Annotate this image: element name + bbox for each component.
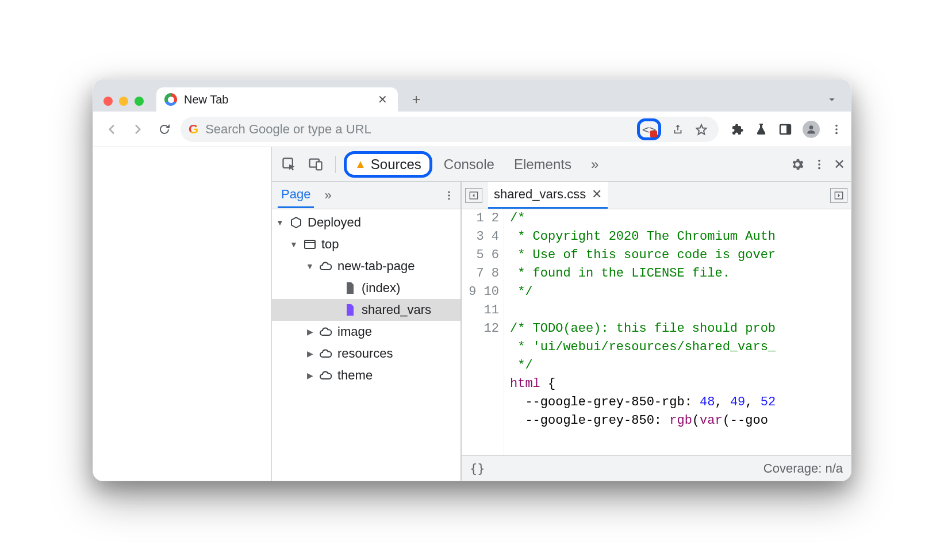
tree-item-shared-vars[interactable]: shared_vars (272, 299, 461, 321)
source-tab-bar: shared_vars.css ✕ (462, 182, 851, 209)
tree-label: resources (337, 346, 393, 361)
devtools-close-icon[interactable]: ✕ (834, 156, 845, 172)
devtools-indicator-highlight[interactable]: <> (637, 118, 661, 140)
cloud-icon (319, 369, 333, 382)
tab-console[interactable]: Console (436, 154, 502, 175)
window-controls (103, 97, 144, 112)
omnibox-placeholder: Search Google or type a URL (205, 122, 371, 137)
toolbar-right-icons (724, 121, 843, 138)
tab-elements[interactable]: Elements (506, 154, 580, 175)
tree-item-deployed[interactable]: Deployed (272, 212, 461, 233)
navigator-panel: Page » Deployed (272, 182, 462, 481)
cloud-icon (319, 347, 333, 360)
device-toolbar-icon[interactable] (304, 153, 327, 176)
tab-strip: New Tab ✕ ＋ (93, 79, 851, 112)
navigator-tab-page[interactable]: Page (278, 182, 314, 208)
file-tree: Deployed top new-tab-page (272, 209, 461, 481)
warning-triangle-icon: ▲ (355, 158, 366, 171)
google-icon: G (189, 122, 198, 137)
tree-label: Deployed (308, 215, 361, 230)
labs-icon[interactable] (754, 122, 768, 136)
tree-label: new-tab-page (337, 259, 415, 274)
close-tab-button[interactable]: ✕ (378, 93, 387, 106)
omnibox-actions: <> (637, 118, 713, 140)
forward-button[interactable] (128, 119, 148, 140)
svg-rect-8 (316, 162, 321, 170)
profile-avatar-icon[interactable] (803, 121, 820, 138)
open-file-tab[interactable]: shared_vars.css ✕ (488, 182, 608, 209)
minimize-window-button[interactable] (119, 97, 128, 106)
svg-point-3 (835, 124, 838, 126)
cloud-icon (319, 325, 333, 339)
tree-label: (index) (362, 281, 400, 296)
tree-item-image[interactable]: image (272, 321, 461, 343)
browser-tab[interactable]: New Tab ✕ (156, 87, 398, 112)
address-bar[interactable]: G Search Google or type a URL <> (181, 117, 719, 142)
file-css-icon (343, 303, 357, 317)
deployed-icon (289, 216, 303, 229)
page-viewport (93, 147, 271, 481)
navigator-menu-icon[interactable] (443, 190, 455, 201)
devtools-panel: ▲ Sources Console Elements » ✕ (271, 147, 851, 481)
open-file-name: shared_vars.css (494, 187, 586, 202)
tree-label: theme (337, 368, 373, 383)
svg-point-14 (448, 198, 450, 200)
close-window-button[interactable] (103, 97, 113, 106)
share-icon[interactable] (671, 123, 684, 136)
tree-item-top[interactable]: top (272, 233, 461, 255)
chrome-menu-icon[interactable] (830, 123, 843, 136)
frame-icon (303, 237, 317, 251)
svg-rect-15 (305, 240, 315, 248)
svg-rect-1 (786, 125, 790, 134)
navigator-tab-bar: Page » (272, 182, 461, 209)
content-area: ▲ Sources Console Elements » ✕ (93, 147, 851, 481)
tree-item-new-tab-page[interactable]: new-tab-page (272, 255, 461, 277)
svg-point-12 (448, 191, 450, 193)
devtools-tab-bar: ▲ Sources Console Elements » ✕ (272, 147, 851, 182)
navigator-tab-overflow[interactable]: » (321, 183, 335, 208)
devtools-indicator-icon: <> (642, 122, 656, 136)
tree-item-resources[interactable]: resources (272, 343, 461, 365)
tree-label: top (321, 237, 339, 252)
tab-overflow[interactable]: » (583, 154, 607, 175)
fullscreen-window-button[interactable] (135, 97, 144, 106)
source-status-bar: {} Coverage: n/a (462, 455, 851, 481)
tab-title: New Tab (184, 93, 228, 106)
coverage-status: Coverage: n/a (763, 461, 843, 476)
tab-sources-highlight[interactable]: ▲ Sources (344, 151, 432, 178)
chrome-logo-icon (164, 93, 177, 106)
svg-point-10 (818, 163, 820, 166)
show-navigator-button[interactable] (465, 188, 482, 203)
line-gutter: 1 2 3 4 5 6 7 8 9 10 11 12 (462, 209, 504, 455)
cloud-icon (319, 259, 333, 273)
svg-point-11 (818, 167, 820, 169)
pretty-print-button[interactable]: {} (470, 461, 485, 475)
browser-toolbar: G Search Google or type a URL <> (93, 112, 851, 147)
back-button[interactable] (101, 119, 122, 140)
devtools-settings-icon[interactable] (790, 157, 805, 172)
show-debugger-button[interactable] (830, 188, 847, 203)
devtools-body: Page » Deployed (272, 182, 851, 481)
extensions-icon[interactable] (730, 122, 744, 136)
tabs-menu-button[interactable] (826, 93, 838, 106)
svg-point-4 (835, 128, 838, 131)
source-panel: shared_vars.css ✕ 1 2 3 4 5 6 7 8 9 10 1… (462, 182, 851, 481)
tree-label: shared_vars (362, 302, 431, 317)
code-editor[interactable]: 1 2 3 4 5 6 7 8 9 10 11 12 /* * Copyrigh… (462, 209, 851, 455)
tree-item-index[interactable]: (index) (272, 277, 461, 299)
browser-window: New Tab ✕ ＋ G Search Google or type a UR… (93, 79, 851, 481)
svg-point-13 (448, 194, 450, 196)
side-panel-icon[interactable] (778, 122, 792, 136)
reload-button[interactable] (154, 119, 175, 140)
devtools-menu-icon[interactable] (813, 158, 826, 171)
svg-point-2 (809, 125, 813, 129)
bookmark-star-icon[interactable] (694, 122, 708, 136)
inspect-element-icon[interactable] (278, 153, 301, 176)
new-tab-button[interactable]: ＋ (406, 89, 427, 109)
tree-label: image (337, 324, 372, 339)
tree-item-theme[interactable]: theme (272, 365, 461, 386)
svg-point-9 (818, 159, 820, 162)
code-content: /* * Copyright 2020 The Chromium Auth * … (504, 209, 776, 455)
close-file-button[interactable]: ✕ (592, 187, 602, 202)
file-icon (343, 281, 357, 295)
